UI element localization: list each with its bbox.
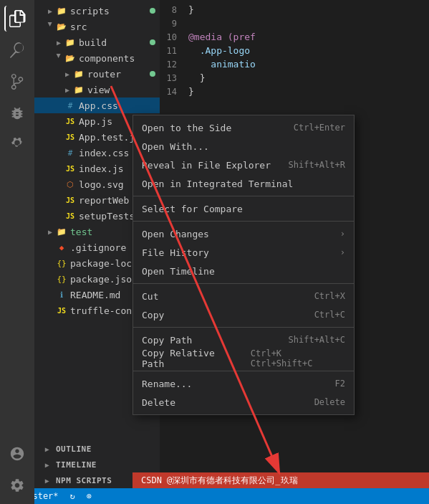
file-app-css[interactable]: ▶ # App.css — [34, 98, 160, 113]
menu-item-label: Cut — [142, 291, 158, 302]
account-icon[interactable] — [4, 441, 30, 467]
menu-item-label: File History — [142, 247, 209, 258]
sync-status[interactable]: ↻ — [67, 488, 78, 504]
menu-file-history[interactable]: File History › — [133, 243, 354, 262]
tree-label: package-loc — [70, 258, 132, 269]
chevron-right-icon: ▶ — [46, 6, 54, 15]
menu-separator-4 — [133, 327, 354, 328]
tree-label: index.css — [79, 148, 129, 158]
menu-copy[interactable]: Copy Ctrl+C — [133, 305, 354, 324]
menu-shortcut: Ctrl+X — [314, 291, 345, 301]
tree-label: App.css — [79, 100, 118, 111]
chevron-right-icon: ▶ — [46, 227, 54, 236]
tree-label: .gitignore — [70, 242, 126, 253]
menu-item-label: Open in Integrated Terminal — [142, 179, 293, 189]
menu-delete[interactable]: Delete Delete — [133, 393, 354, 412]
tree-label: test — [70, 227, 92, 237]
chevron-right-icon: ▶ — [43, 460, 52, 469]
menu-open-side[interactable]: Open to the Side Ctrl+Enter — [133, 118, 354, 137]
tree-label: README.md — [70, 290, 120, 300]
menu-item-label: Copy — [142, 310, 164, 320]
folder-build[interactable]: ▶ 📁 build — [34, 34, 160, 50]
folder-icon: 📁 — [64, 37, 76, 48]
outline-section[interactable]: ▶ OUTLINE — [34, 441, 160, 457]
js-file-icon: JS — [56, 305, 67, 316]
sync-icon: ↻ — [70, 491, 75, 501]
submenu-arrow-icon: › — [340, 247, 345, 257]
debug-icon[interactable] — [4, 100, 30, 126]
tree-label: package.json — [70, 274, 138, 285]
source-control-icon[interactable] — [4, 69, 30, 95]
folder-src[interactable]: ▶ 📂 src — [34, 19, 160, 34]
menu-shortcut: Ctrl+C — [314, 310, 345, 320]
tree-label: build — [79, 37, 107, 48]
files-icon[interactable] — [4, 6, 30, 32]
tree-label: reportWeb — [79, 195, 129, 206]
menu-separator-5 — [133, 371, 354, 371]
menu-separator-2 — [133, 221, 354, 222]
code-line-10: 10 @media (pref — [160, 30, 429, 44]
menu-item-label: Rename... — [142, 379, 192, 389]
menu-item-label: Open Timeline — [142, 266, 215, 277]
timeline-section[interactable]: ▶ TIMELINE — [34, 457, 160, 472]
chevron-right-icon: ▶ — [63, 85, 72, 94]
js-file-icon: JS — [64, 115, 76, 127]
tree-label: view — [87, 85, 110, 95]
chevron-right-icon: ▶ — [43, 476, 52, 485]
js-file-icon: JS — [64, 210, 76, 222]
menu-copy-relative-path[interactable]: Copy Relative Path Ctrl+K Ctrl+Shift+C — [133, 349, 354, 368]
menu-item-label: Copy Path — [142, 335, 192, 346]
menu-reveal-explorer[interactable]: Reveal in File Explorer Shift+Alt+R — [133, 156, 354, 174]
error-icon: ⊗ — [87, 491, 92, 501]
menu-open-timeline[interactable]: Open Timeline — [133, 262, 354, 280]
tree-label: App.js — [79, 116, 112, 127]
code-line-12: 12 animatio — [160, 57, 429, 71]
chevron-down-icon: ▶ — [54, 54, 63, 62]
search-icon[interactable] — [4, 37, 30, 63]
chevron-right-icon: ▶ — [63, 70, 72, 78]
menu-open-changes[interactable]: Open Changes › — [133, 224, 354, 243]
status-dot — [150, 8, 155, 14]
folder-icon: 📁 — [73, 84, 85, 95]
menu-separator-1 — [133, 196, 354, 196]
errors-status[interactable]: ⊗ — [84, 488, 95, 504]
tree-label: src — [70, 22, 87, 32]
tree-label: App.test.js — [79, 132, 140, 143]
folder-components[interactable]: ▶ 📂 components — [34, 50, 160, 66]
menu-cut[interactable]: Cut Ctrl+X — [133, 287, 354, 305]
css-file-icon: # — [64, 100, 76, 111]
submenu-arrow-icon: › — [340, 229, 345, 239]
folder-icon: 📁 — [56, 226, 67, 237]
menu-separator-3 — [133, 283, 354, 284]
code-line-13: 13 } — [160, 71, 429, 85]
menu-shortcut: Shift+Alt+R — [289, 160, 345, 170]
status-dot — [150, 71, 155, 77]
menu-shortcut: Ctrl+Enter — [294, 123, 345, 133]
csdn-text: CSDN @深圳市有德者科技有限公司_玖瑞 — [141, 475, 298, 487]
tree-label: router — [87, 69, 121, 80]
css-file-icon: # — [64, 147, 76, 158]
extensions-icon[interactable] — [4, 132, 30, 158]
menu-copy-path[interactable]: Copy Path Shift+Alt+C — [133, 331, 354, 349]
md-file-icon: ℹ — [56, 289, 67, 300]
menu-shortcut: F2 — [335, 379, 345, 389]
folder-scripts[interactable]: ▶ 📁 scripts — [34, 3, 160, 19]
activity-bar — [0, 0, 34, 504]
menu-open-terminal[interactable]: Open in Integrated Terminal — [133, 174, 354, 193]
chevron-right-icon: ▶ — [43, 444, 52, 453]
code-line-8: 8 } — [160, 3, 429, 16]
svg-file-icon: ⬡ — [64, 179, 76, 190]
js-file-icon: JS — [64, 131, 76, 143]
menu-item-label: Select for Compare — [142, 204, 243, 214]
csdn-watermark: CSDN @深圳市有德者科技有限公司_玖瑞 — [132, 472, 429, 488]
folder-icon: 📁 — [56, 5, 67, 16]
settings-icon[interactable] — [4, 472, 30, 498]
js-file-icon: JS — [64, 163, 76, 174]
folder-view[interactable]: ▶ 📁 view — [34, 82, 160, 98]
menu-rename[interactable]: Rename... F2 — [133, 374, 354, 393]
menu-item-label: Reveal in File Explorer — [142, 160, 271, 171]
menu-open-with[interactable]: Open With... — [133, 137, 354, 156]
menu-select-compare[interactable]: Select for Compare — [133, 199, 354, 218]
menu-item-label: Open to the Side — [142, 123, 231, 133]
folder-router[interactable]: ▶ 📁 router — [34, 66, 160, 82]
